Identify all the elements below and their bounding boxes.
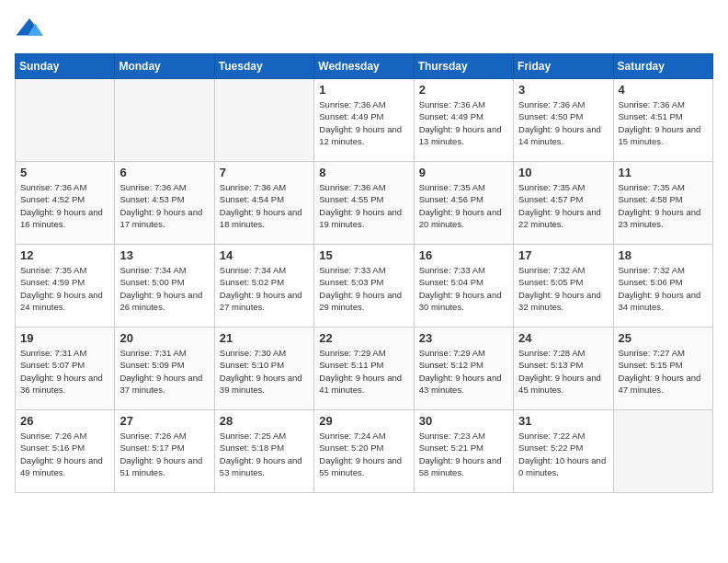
day-info: Sunrise: 7:33 AM Sunset: 5:04 PM Dayligh… <box>419 264 508 313</box>
calendar-day-cell <box>16 79 115 162</box>
day-info: Sunrise: 7:36 AM Sunset: 4:51 PM Dayligh… <box>619 98 708 147</box>
day-info: Sunrise: 7:24 AM Sunset: 5:20 PM Dayligh… <box>319 430 408 478</box>
day-number: 8 <box>319 166 408 179</box>
day-number: 26 <box>20 414 109 428</box>
day-number: 23 <box>419 331 508 345</box>
calendar-day-cell: 14 Sunrise: 7:34 AM Sunset: 5:02 PM Dayl… <box>214 245 313 327</box>
day-info: Sunrise: 7:23 AM Sunset: 5:21 PM Dayligh… <box>419 430 508 478</box>
day-of-week-header: Friday <box>514 54 613 79</box>
day-info: Sunrise: 7:36 AM Sunset: 4:54 PM Dayligh… <box>220 181 309 230</box>
day-info: Sunrise: 7:36 AM Sunset: 4:49 PM Dayligh… <box>319 98 408 147</box>
calendar-day-cell: 8 Sunrise: 7:36 AM Sunset: 4:55 PM Dayli… <box>314 162 414 245</box>
calendar-day-cell: 15 Sunrise: 7:33 AM Sunset: 5:03 PM Dayl… <box>314 245 414 327</box>
day-info: Sunrise: 7:32 AM Sunset: 5:05 PM Dayligh… <box>518 264 608 313</box>
day-number: 9 <box>419 166 508 179</box>
day-number: 17 <box>518 248 608 262</box>
day-info: Sunrise: 7:36 AM Sunset: 4:49 PM Dayligh… <box>419 98 508 147</box>
day-of-week-header: Monday <box>115 54 214 79</box>
day-of-week-header: Wednesday <box>314 54 414 79</box>
calendar-day-cell: 26 Sunrise: 7:26 AM Sunset: 5:16 PM Dayl… <box>16 410 115 493</box>
page-header <box>15 15 713 44</box>
day-number: 19 <box>20 331 109 345</box>
calendar-day-cell: 13 Sunrise: 7:34 AM Sunset: 5:00 PM Dayl… <box>115 245 214 327</box>
calendar-week-row: 5 Sunrise: 7:36 AM Sunset: 4:52 PM Dayli… <box>16 162 713 245</box>
day-info: Sunrise: 7:35 AM Sunset: 4:58 PM Dayligh… <box>619 181 708 230</box>
calendar-day-cell: 20 Sunrise: 7:31 AM Sunset: 5:09 PM Dayl… <box>115 327 214 410</box>
day-info: Sunrise: 7:36 AM Sunset: 4:50 PM Dayligh… <box>518 98 608 147</box>
day-number: 4 <box>619 83 708 97</box>
day-number: 12 <box>20 248 109 262</box>
calendar-day-cell: 10 Sunrise: 7:35 AM Sunset: 4:57 PM Dayl… <box>514 162 613 245</box>
day-number: 1 <box>319 83 408 97</box>
day-number: 21 <box>220 331 309 345</box>
calendar-table: SundayMondayTuesdayWednesdayThursdayFrid… <box>15 53 713 493</box>
calendar-day-cell: 28 Sunrise: 7:25 AM Sunset: 5:18 PM Dayl… <box>214 410 313 493</box>
day-number: 15 <box>319 248 408 262</box>
calendar-day-cell: 29 Sunrise: 7:24 AM Sunset: 5:20 PM Dayl… <box>314 410 414 493</box>
day-info: Sunrise: 7:32 AM Sunset: 5:06 PM Dayligh… <box>619 264 708 313</box>
day-info: Sunrise: 7:36 AM Sunset: 4:53 PM Dayligh… <box>119 181 209 230</box>
calendar-day-cell: 27 Sunrise: 7:26 AM Sunset: 5:17 PM Dayl… <box>115 410 214 493</box>
logo <box>15 15 48 44</box>
day-number: 2 <box>419 83 508 97</box>
day-number: 24 <box>518 331 608 345</box>
day-number: 11 <box>619 166 708 179</box>
calendar-day-cell: 6 Sunrise: 7:36 AM Sunset: 4:53 PM Dayli… <box>115 162 214 245</box>
day-info: Sunrise: 7:30 AM Sunset: 5:10 PM Dayligh… <box>220 347 309 396</box>
calendar-day-cell: 9 Sunrise: 7:35 AM Sunset: 4:56 PM Dayli… <box>414 162 513 245</box>
calendar-day-cell: 21 Sunrise: 7:30 AM Sunset: 5:10 PM Dayl… <box>214 327 313 410</box>
day-info: Sunrise: 7:27 AM Sunset: 5:15 PM Dayligh… <box>619 347 708 396</box>
day-number: 31 <box>518 414 608 428</box>
calendar-week-row: 12 Sunrise: 7:35 AM Sunset: 4:59 PM Dayl… <box>16 245 713 327</box>
day-info: Sunrise: 7:35 AM Sunset: 4:57 PM Dayligh… <box>518 181 608 230</box>
calendar-day-cell: 4 Sunrise: 7:36 AM Sunset: 4:51 PM Dayli… <box>613 79 712 162</box>
day-info: Sunrise: 7:25 AM Sunset: 5:18 PM Dayligh… <box>220 430 309 478</box>
calendar-day-cell: 5 Sunrise: 7:36 AM Sunset: 4:52 PM Dayli… <box>16 162 115 245</box>
calendar-week-row: 26 Sunrise: 7:26 AM Sunset: 5:16 PM Dayl… <box>16 410 713 493</box>
calendar-day-cell: 18 Sunrise: 7:32 AM Sunset: 5:06 PM Dayl… <box>613 245 712 327</box>
calendar-week-row: 1 Sunrise: 7:36 AM Sunset: 4:49 PM Dayli… <box>16 79 713 162</box>
day-of-week-header: Thursday <box>414 54 513 79</box>
calendar-day-cell: 23 Sunrise: 7:29 AM Sunset: 5:12 PM Dayl… <box>414 327 513 410</box>
day-number: 5 <box>20 166 109 179</box>
day-info: Sunrise: 7:34 AM Sunset: 5:02 PM Dayligh… <box>220 264 309 313</box>
day-number: 3 <box>518 83 608 97</box>
logo-icon <box>15 15 44 44</box>
calendar-day-cell: 30 Sunrise: 7:23 AM Sunset: 5:21 PM Dayl… <box>414 410 513 493</box>
calendar-day-cell: 25 Sunrise: 7:27 AM Sunset: 5:15 PM Dayl… <box>613 327 712 410</box>
day-number: 16 <box>419 248 508 262</box>
calendar-day-cell: 22 Sunrise: 7:29 AM Sunset: 5:11 PM Dayl… <box>314 327 414 410</box>
day-info: Sunrise: 7:29 AM Sunset: 5:12 PM Dayligh… <box>419 347 508 396</box>
calendar-week-row: 19 Sunrise: 7:31 AM Sunset: 5:07 PM Dayl… <box>16 327 713 410</box>
calendar-day-cell: 1 Sunrise: 7:36 AM Sunset: 4:49 PM Dayli… <box>314 79 414 162</box>
day-info: Sunrise: 7:36 AM Sunset: 4:52 PM Dayligh… <box>20 181 109 230</box>
calendar-day-cell: 24 Sunrise: 7:28 AM Sunset: 5:13 PM Dayl… <box>514 327 613 410</box>
day-number: 28 <box>220 414 309 428</box>
calendar-header-row: SundayMondayTuesdayWednesdayThursdayFrid… <box>16 54 713 79</box>
day-number: 18 <box>619 248 708 262</box>
day-info: Sunrise: 7:34 AM Sunset: 5:00 PM Dayligh… <box>119 264 209 313</box>
calendar-day-cell: 31 Sunrise: 7:22 AM Sunset: 5:22 PM Dayl… <box>514 410 613 493</box>
day-info: Sunrise: 7:31 AM Sunset: 5:09 PM Dayligh… <box>119 347 209 396</box>
calendar-day-cell: 19 Sunrise: 7:31 AM Sunset: 5:07 PM Dayl… <box>16 327 115 410</box>
day-number: 6 <box>119 166 209 179</box>
day-info: Sunrise: 7:28 AM Sunset: 5:13 PM Dayligh… <box>518 347 608 396</box>
day-of-week-header: Saturday <box>613 54 712 79</box>
day-info: Sunrise: 7:31 AM Sunset: 5:07 PM Dayligh… <box>20 347 109 396</box>
day-info: Sunrise: 7:35 AM Sunset: 4:59 PM Dayligh… <box>20 264 109 313</box>
day-info: Sunrise: 7:22 AM Sunset: 5:22 PM Dayligh… <box>518 430 608 478</box>
calendar-day-cell: 16 Sunrise: 7:33 AM Sunset: 5:04 PM Dayl… <box>414 245 513 327</box>
calendar-day-cell: 3 Sunrise: 7:36 AM Sunset: 4:50 PM Dayli… <box>514 79 613 162</box>
calendar-day-cell <box>115 79 214 162</box>
day-info: Sunrise: 7:26 AM Sunset: 5:16 PM Dayligh… <box>20 430 109 478</box>
calendar-day-cell: 7 Sunrise: 7:36 AM Sunset: 4:54 PM Dayli… <box>214 162 313 245</box>
day-info: Sunrise: 7:26 AM Sunset: 5:17 PM Dayligh… <box>119 430 209 478</box>
day-number: 14 <box>220 248 309 262</box>
day-number: 20 <box>119 331 209 345</box>
day-info: Sunrise: 7:33 AM Sunset: 5:03 PM Dayligh… <box>319 264 408 313</box>
day-number: 13 <box>119 248 209 262</box>
calendar-day-cell: 12 Sunrise: 7:35 AM Sunset: 4:59 PM Dayl… <box>16 245 115 327</box>
day-info: Sunrise: 7:29 AM Sunset: 5:11 PM Dayligh… <box>319 347 408 396</box>
day-number: 30 <box>419 414 508 428</box>
day-number: 25 <box>619 331 708 345</box>
